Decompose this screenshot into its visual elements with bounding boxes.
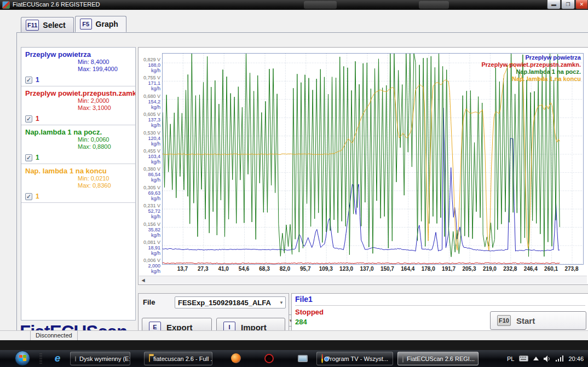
volume-icon[interactable]: [544, 356, 551, 362]
legend-entry: Przeplyw powiet.przepustn.zamkn.: [481, 61, 581, 68]
legend-entry: Nap.lambda 1 na pocz.: [481, 68, 581, 75]
x-tick: 27,3: [193, 266, 214, 272]
drive-icon: [75, 356, 76, 362]
app-icon: [2, 1, 10, 9]
x-tick: 260,1: [541, 266, 562, 272]
param-name: Nap.lambda 1 na pocz.: [25, 128, 131, 136]
param-min: Min: 0,0210: [78, 175, 131, 182]
file-label: File: [143, 298, 155, 306]
taskbar: e Dysk wymienny (E:) fiatecuscan 2.6 - F…: [0, 350, 588, 367]
param-list: Przeplyw powietrzaMin: 8,4000Max: 199,40…: [21, 47, 136, 321]
fiatecuscan-icon: [402, 354, 403, 363]
tab-graph[interactable]: F5 Graph: [75, 16, 126, 32]
y-tick: 0,829 V188,0 kg/h: [139, 57, 160, 73]
x-tick: 68,3: [254, 266, 275, 272]
taskbar-grip: [39, 353, 42, 364]
chrome-icon: [321, 354, 323, 363]
display-settings-icon[interactable]: [297, 352, 309, 364]
param-item: Przeplyw powiet.przepustn.zamkMin: 2,000…: [21, 86, 135, 125]
minimize-button[interactable]: ▬: [547, 0, 561, 9]
y-tick: 0,081 V18,91 kg/h: [139, 240, 160, 256]
y-tick: 0,006 V2,000 kg/h: [139, 258, 160, 274]
param-min: Min: 0,0060: [78, 136, 131, 143]
background-window-glimpse: [419, 1, 449, 9]
param-item: Przeplyw powietrzaMin: 8,4000Max: 199,40…: [21, 48, 135, 86]
clock[interactable]: 20:46: [568, 356, 584, 362]
param-min: Min: 8,4000: [78, 59, 131, 66]
param-checkbox[interactable]: ✓: [25, 154, 32, 161]
show-hidden-icons-arrow[interactable]: [533, 357, 539, 360]
folder-icon: [149, 356, 150, 362]
param-checkbox[interactable]: ✓: [25, 77, 32, 84]
x-tick: 232,8: [500, 266, 521, 272]
media-app-icon[interactable]: [263, 352, 275, 364]
y-tick: 0,156 V35,82 kg/h: [139, 222, 160, 238]
param-name: Nap. lambda 1 na koncu: [25, 167, 131, 175]
y-tick: 0,680 V154,2 kg/h: [139, 94, 160, 110]
x-tick: 164,4: [397, 266, 418, 272]
start-button[interactable]: F10 Start: [490, 311, 586, 330]
horizontal-scrollbar[interactable]: ◀: [139, 276, 587, 284]
param-item: Nap. lambda 1 na koncuMin: 0,0210Max: 0,…: [21, 164, 135, 203]
x-tick: 41,0: [213, 266, 234, 272]
param-name: Przeplyw powiet.przepustn.zamk: [25, 89, 131, 97]
taskbar-button-browser[interactable]: Program TV - Wszyst...: [316, 352, 393, 365]
key-f5: F5: [80, 19, 92, 30]
firefox-icon[interactable]: [230, 352, 242, 364]
y-tick: 0,605 V137,3 kg/h: [139, 112, 160, 128]
param-max: Max: 3,1000: [78, 104, 131, 112]
x-tick: 109,3: [315, 266, 336, 272]
x-tick: 95,7: [295, 266, 316, 272]
y-tick: 0,455 V103,4 kg/h: [139, 148, 160, 165]
param-check-label: 1: [36, 154, 39, 161]
file-select[interactable]: FESExp_1509291845_ALFA ▼: [175, 296, 286, 308]
window-title: FiatECUScan 2.6 REGISTERED: [13, 1, 100, 8]
legend-entry: Przeplyw powietrza: [481, 54, 581, 61]
param-max: Max: 0,8360: [78, 182, 131, 189]
chevron-down-icon: ▼: [278, 300, 285, 305]
restore-button[interactable]: ❐: [561, 0, 575, 9]
taskbar-button-fiatecuscan[interactable]: FiatECUScan 2.6 REGI...: [397, 352, 479, 365]
network-signal-icon[interactable]: [556, 356, 563, 362]
titlebar: FiatECUScan 2.6 REGISTERED ▬ ❐ ✕: [0, 0, 588, 10]
background-window-glimpse: [304, 1, 337, 9]
x-tick: 123,0: [336, 266, 357, 272]
x-tick: 13,7: [172, 266, 193, 272]
tab-select[interactable]: F11 Select: [21, 17, 74, 32]
start-orb[interactable]: [15, 351, 30, 366]
active-file-name: File1: [295, 295, 585, 306]
param-checkbox[interactable]: ✓: [25, 115, 32, 123]
keyboard-icon[interactable]: [519, 356, 528, 362]
run-state: Stopped: [295, 308, 324, 316]
chart-canvas[interactable]: [162, 53, 584, 265]
screen: FiatECUScan 2.6 REGISTERED ▬ ❐ ✕ F11 Sel…: [0, 0, 588, 367]
y-tick: 0,530 V120,4 kg/h: [139, 130, 160, 147]
taskbar-button-drive[interactable]: Dysk wymienny (E:): [70, 352, 130, 365]
param-name: Przeplyw powietrza: [25, 50, 131, 59]
statusbar: Disconnected: [0, 330, 588, 340]
y-tick: 0,305 V69,63 kg/h: [139, 185, 160, 201]
x-tick: 273,8: [561, 266, 582, 272]
system-tray: PL 20:46: [507, 350, 584, 367]
y-tick: 0,755 V171,1 kg/h: [139, 75, 160, 91]
x-tick: 178,0: [418, 266, 439, 272]
x-tick: 246,4: [520, 266, 541, 272]
key-f10: F10: [497, 315, 511, 326]
param-max: Max: 199,4000: [78, 66, 131, 73]
plot-area: Przeplyw powietrzaPrzeplyw powiet.przepu…: [162, 53, 584, 265]
y-tick: 0,380 V86,54 kg/h: [139, 166, 160, 183]
sample-count: 284: [295, 318, 307, 326]
scroll-left-arrow-icon[interactable]: ◀: [139, 277, 147, 284]
param-checkbox[interactable]: ✓: [25, 193, 32, 200]
x-tick: 219,0: [479, 266, 500, 272]
close-button[interactable]: ✕: [575, 0, 588, 9]
graph-panel: 0,829 V188,0 kg/h0,755 V171,1 kg/h0,680 …: [138, 47, 588, 285]
internet-explorer-icon[interactable]: e: [51, 352, 64, 364]
param-min: Min: 2,0000: [78, 97, 131, 104]
connection-status: Disconnected: [30, 331, 78, 340]
x-tick: 82,0: [274, 266, 295, 272]
language-indicator[interactable]: PL: [507, 356, 514, 362]
param-check-label: 1: [36, 115, 39, 123]
taskbar-button-folder[interactable]: fiatecuscan 2.6 - Full ...: [144, 352, 212, 365]
x-tick: 137,0: [356, 266, 377, 272]
